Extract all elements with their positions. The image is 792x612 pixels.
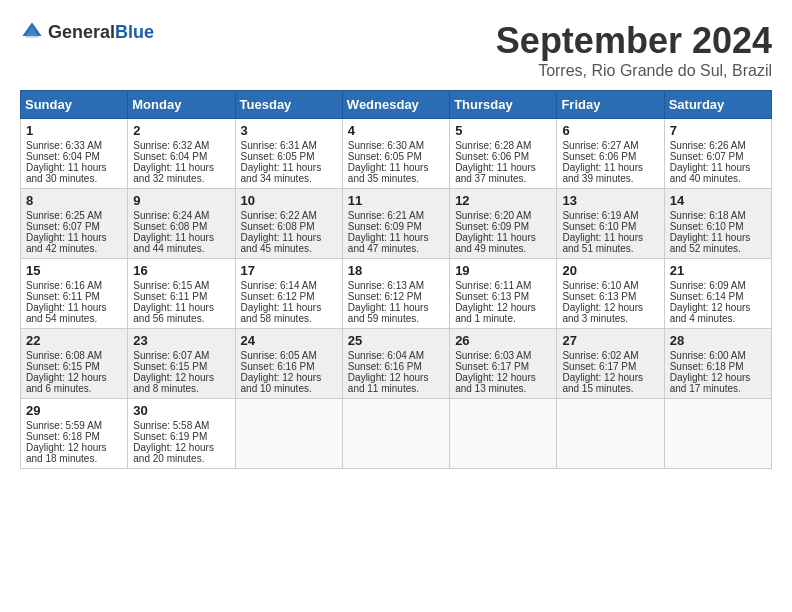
day-number: 25 bbox=[348, 333, 444, 348]
sunrise-text: Sunrise: 6:32 AM bbox=[133, 140, 209, 151]
day-number: 8 bbox=[26, 193, 122, 208]
sunset-text: Sunset: 6:16 PM bbox=[348, 361, 422, 372]
sunset-text: Sunset: 6:17 PM bbox=[455, 361, 529, 372]
calendar-cell bbox=[557, 399, 664, 469]
calendar-week-1: 1Sunrise: 6:33 AMSunset: 6:04 PMDaylight… bbox=[21, 119, 772, 189]
day-number: 11 bbox=[348, 193, 444, 208]
sunrise-text: Sunrise: 6:13 AM bbox=[348, 280, 424, 291]
day-number: 13 bbox=[562, 193, 658, 208]
day-number: 19 bbox=[455, 263, 551, 278]
logo-text: GeneralBlue bbox=[48, 22, 154, 43]
day-number: 26 bbox=[455, 333, 551, 348]
calendar-cell: 11Sunrise: 6:21 AMSunset: 6:09 PMDayligh… bbox=[342, 189, 449, 259]
sunset-text: Sunset: 6:13 PM bbox=[562, 291, 636, 302]
weekday-header-saturday: Saturday bbox=[664, 91, 771, 119]
day-number: 17 bbox=[241, 263, 337, 278]
sunset-text: Sunset: 6:17 PM bbox=[562, 361, 636, 372]
sunset-text: Sunset: 6:18 PM bbox=[26, 431, 100, 442]
sunrise-text: Sunrise: 6:08 AM bbox=[26, 350, 102, 361]
daylight-text: Daylight: 11 hours and 47 minutes. bbox=[348, 232, 429, 254]
daylight-text: Daylight: 11 hours and 54 minutes. bbox=[26, 302, 107, 324]
calendar-week-3: 15Sunrise: 6:16 AMSunset: 6:11 PMDayligh… bbox=[21, 259, 772, 329]
sunrise-text: Sunrise: 6:27 AM bbox=[562, 140, 638, 151]
logo-icon bbox=[20, 20, 44, 44]
day-number: 10 bbox=[241, 193, 337, 208]
calendar-cell bbox=[342, 399, 449, 469]
daylight-text: Daylight: 12 hours and 18 minutes. bbox=[26, 442, 107, 464]
weekday-header-sunday: Sunday bbox=[21, 91, 128, 119]
sunset-text: Sunset: 6:15 PM bbox=[26, 361, 100, 372]
sunrise-text: Sunrise: 6:22 AM bbox=[241, 210, 317, 221]
day-number: 14 bbox=[670, 193, 766, 208]
day-number: 12 bbox=[455, 193, 551, 208]
calendar-cell: 5Sunrise: 6:28 AMSunset: 6:06 PMDaylight… bbox=[450, 119, 557, 189]
calendar-cell bbox=[450, 399, 557, 469]
daylight-text: Daylight: 12 hours and 13 minutes. bbox=[455, 372, 536, 394]
day-number: 7 bbox=[670, 123, 766, 138]
daylight-text: Daylight: 11 hours and 51 minutes. bbox=[562, 232, 643, 254]
calendar-cell: 29Sunrise: 5:59 AMSunset: 6:18 PMDayligh… bbox=[21, 399, 128, 469]
sunrise-text: Sunrise: 6:00 AM bbox=[670, 350, 746, 361]
sunrise-text: Sunrise: 5:58 AM bbox=[133, 420, 209, 431]
calendar-cell: 1Sunrise: 6:33 AMSunset: 6:04 PMDaylight… bbox=[21, 119, 128, 189]
day-number: 30 bbox=[133, 403, 229, 418]
sunrise-text: Sunrise: 6:24 AM bbox=[133, 210, 209, 221]
day-number: 3 bbox=[241, 123, 337, 138]
calendar-cell: 10Sunrise: 6:22 AMSunset: 6:08 PMDayligh… bbox=[235, 189, 342, 259]
weekday-header-friday: Friday bbox=[557, 91, 664, 119]
daylight-text: Daylight: 12 hours and 20 minutes. bbox=[133, 442, 214, 464]
daylight-text: Daylight: 11 hours and 44 minutes. bbox=[133, 232, 214, 254]
sunset-text: Sunset: 6:09 PM bbox=[455, 221, 529, 232]
day-number: 15 bbox=[26, 263, 122, 278]
sunset-text: Sunset: 6:12 PM bbox=[348, 291, 422, 302]
sunrise-text: Sunrise: 6:33 AM bbox=[26, 140, 102, 151]
month-title: September 2024 bbox=[496, 20, 772, 62]
daylight-text: Daylight: 11 hours and 40 minutes. bbox=[670, 162, 751, 184]
daylight-text: Daylight: 12 hours and 15 minutes. bbox=[562, 372, 643, 394]
sunrise-text: Sunrise: 6:04 AM bbox=[348, 350, 424, 361]
sunrise-text: Sunrise: 6:30 AM bbox=[348, 140, 424, 151]
daylight-text: Daylight: 11 hours and 58 minutes. bbox=[241, 302, 322, 324]
calendar-cell: 15Sunrise: 6:16 AMSunset: 6:11 PMDayligh… bbox=[21, 259, 128, 329]
weekday-header-wednesday: Wednesday bbox=[342, 91, 449, 119]
sunset-text: Sunset: 6:04 PM bbox=[26, 151, 100, 162]
sunrise-text: Sunrise: 6:26 AM bbox=[670, 140, 746, 151]
sunrise-text: Sunrise: 5:59 AM bbox=[26, 420, 102, 431]
sunset-text: Sunset: 6:16 PM bbox=[241, 361, 315, 372]
sunrise-text: Sunrise: 6:20 AM bbox=[455, 210, 531, 221]
sunrise-text: Sunrise: 6:25 AM bbox=[26, 210, 102, 221]
calendar-cell: 8Sunrise: 6:25 AMSunset: 6:07 PMDaylight… bbox=[21, 189, 128, 259]
day-number: 18 bbox=[348, 263, 444, 278]
sunset-text: Sunset: 6:19 PM bbox=[133, 431, 207, 442]
day-number: 2 bbox=[133, 123, 229, 138]
sunset-text: Sunset: 6:06 PM bbox=[455, 151, 529, 162]
daylight-text: Daylight: 12 hours and 10 minutes. bbox=[241, 372, 322, 394]
title-block: September 2024 Torres, Rio Grande do Sul… bbox=[496, 20, 772, 80]
weekday-header-tuesday: Tuesday bbox=[235, 91, 342, 119]
sunrise-text: Sunrise: 6:21 AM bbox=[348, 210, 424, 221]
sunset-text: Sunset: 6:15 PM bbox=[133, 361, 207, 372]
sunrise-text: Sunrise: 6:15 AM bbox=[133, 280, 209, 291]
day-number: 27 bbox=[562, 333, 658, 348]
daylight-text: Daylight: 11 hours and 34 minutes. bbox=[241, 162, 322, 184]
calendar-cell: 14Sunrise: 6:18 AMSunset: 6:10 PMDayligh… bbox=[664, 189, 771, 259]
sunset-text: Sunset: 6:07 PM bbox=[26, 221, 100, 232]
calendar-cell: 23Sunrise: 6:07 AMSunset: 6:15 PMDayligh… bbox=[128, 329, 235, 399]
weekday-header-thursday: Thursday bbox=[450, 91, 557, 119]
daylight-text: Daylight: 11 hours and 30 minutes. bbox=[26, 162, 107, 184]
sunset-text: Sunset: 6:08 PM bbox=[133, 221, 207, 232]
sunset-text: Sunset: 6:10 PM bbox=[562, 221, 636, 232]
calendar-cell: 9Sunrise: 6:24 AMSunset: 6:08 PMDaylight… bbox=[128, 189, 235, 259]
daylight-text: Daylight: 12 hours and 3 minutes. bbox=[562, 302, 643, 324]
day-number: 9 bbox=[133, 193, 229, 208]
calendar-cell: 13Sunrise: 6:19 AMSunset: 6:10 PMDayligh… bbox=[557, 189, 664, 259]
calendar-cell: 3Sunrise: 6:31 AMSunset: 6:05 PMDaylight… bbox=[235, 119, 342, 189]
daylight-text: Daylight: 11 hours and 52 minutes. bbox=[670, 232, 751, 254]
calendar-cell bbox=[235, 399, 342, 469]
daylight-text: Daylight: 12 hours and 8 minutes. bbox=[133, 372, 214, 394]
calendar-cell: 17Sunrise: 6:14 AMSunset: 6:12 PMDayligh… bbox=[235, 259, 342, 329]
calendar-cell: 30Sunrise: 5:58 AMSunset: 6:19 PMDayligh… bbox=[128, 399, 235, 469]
calendar-cell: 2Sunrise: 6:32 AMSunset: 6:04 PMDaylight… bbox=[128, 119, 235, 189]
sunrise-text: Sunrise: 6:16 AM bbox=[26, 280, 102, 291]
day-number: 4 bbox=[348, 123, 444, 138]
